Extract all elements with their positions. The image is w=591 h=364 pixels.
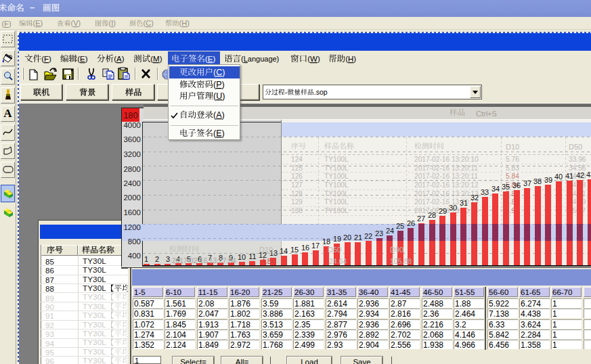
svg-text:TY30L: TY30L — [83, 302, 106, 311]
svg-text:TY30L: TY30L — [83, 347, 106, 357]
svg-text:(U): (U) — [213, 91, 225, 101]
svg-text:TY30L: TY30L — [83, 338, 106, 348]
svg-text:TY30L: TY30L — [83, 320, 106, 329]
svg-text:(Language): (Language) — [241, 55, 279, 63]
svg-text:-: - — [285, 88, 288, 96]
svg-text:(H): (H) — [179, 19, 190, 27]
svg-text:(E): (E) — [213, 129, 225, 138]
svg-text:(E): (E) — [33, 19, 43, 27]
svg-text:TY30L: TY30L — [83, 356, 106, 364]
svg-text:(H): (H) — [345, 55, 356, 63]
svg-text:TY30L: TY30L — [83, 265, 106, 275]
svg-text:TY30L: TY30L — [83, 256, 106, 266]
svg-text:(A): (A) — [114, 55, 125, 63]
svg-text:(F): (F) — [41, 55, 51, 63]
svg-text:(C): (C) — [143, 19, 153, 27]
svg-text:(M): (M) — [150, 55, 162, 63]
svg-text:(C): (C) — [213, 68, 225, 77]
svg-text:(E): (E) — [205, 55, 216, 63]
svg-text:(V): (V) — [71, 19, 81, 27]
svg-text:TY30L: TY30L — [83, 329, 106, 338]
svg-text:(A): (A) — [213, 110, 225, 120]
svg-text:.sop: .sop — [314, 88, 328, 96]
svg-text:(W): (W) — [307, 55, 320, 63]
svg-text:(P): (P) — [213, 80, 225, 89]
svg-text:(I): (I) — [109, 19, 116, 27]
svg-text:TY30L: TY30L — [83, 293, 106, 302]
svg-text:(E): (E) — [77, 55, 88, 63]
svg-text:TY30L: TY30L — [83, 275, 106, 284]
svg-text:TY30L: TY30L — [83, 311, 106, 320]
